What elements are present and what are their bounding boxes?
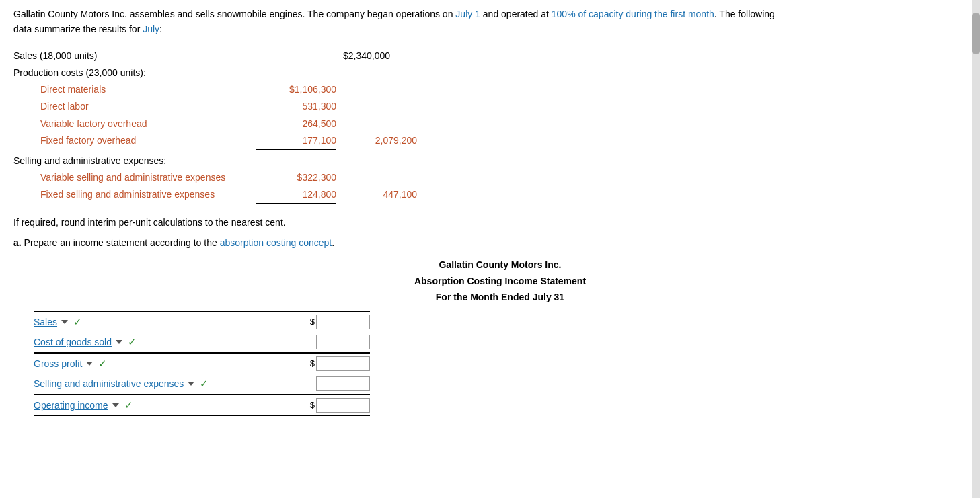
fixed-factory-row: Fixed factory overhead 177,100 2,079,200 <box>13 132 967 150</box>
income-statement-container: Gallatin County Motors Inc. Absorption C… <box>34 257 967 417</box>
sales-input-group: $ <box>310 315 370 329</box>
fixed-factory-col2: 2,079,200 <box>336 132 417 149</box>
cogs-input[interactable] <box>316 335 370 349</box>
selling-admin-label: Selling and administrative expenses: <box>13 153 229 169</box>
statement-period: For the Month Ended July 31 <box>34 290 967 306</box>
fixed-selling-row: Fixed selling and administrative expense… <box>13 186 967 204</box>
variable-factory-row: Variable factory overhead 264,500 <box>13 116 967 132</box>
gross-link[interactable]: Gross profit <box>34 358 82 369</box>
income-label-gross: Gross profit ✓ <box>34 358 310 370</box>
operating-input[interactable] <box>316 398 370 413</box>
operating-check: ✓ <box>124 399 133 411</box>
direct-labor-row: Direct labor 531,300 <box>13 98 967 115</box>
direct-materials-row: Direct materials $1,106,300 <box>13 81 967 98</box>
gross-check: ✓ <box>98 358 107 370</box>
income-label-operating: Operating income ✓ <box>34 399 310 411</box>
direct-materials-label: Direct materials <box>40 81 256 98</box>
direct-materials-amount: $1,106,300 <box>256 81 336 98</box>
income-table: Sales ✓ $ Cost of goods sold ✓ <box>34 311 370 417</box>
income-row-cogs: Cost of goods sold ✓ <box>34 332 370 354</box>
cogs-input-group <box>316 335 370 349</box>
direct-labor-label: Direct labor <box>40 98 256 115</box>
absorption-highlight: absorption costing concept <box>220 237 332 248</box>
company-name: Gallatin County Motors Inc. <box>34 257 967 274</box>
round-note: If required, round interim per-unit calc… <box>13 217 967 228</box>
variable-selling-label: Variable selling and administrative expe… <box>40 169 256 186</box>
variable-factory-amount: 264,500 <box>256 116 336 132</box>
selling-dropdown[interactable] <box>188 382 194 386</box>
sales-dropdown[interactable] <box>61 320 68 324</box>
highlight-july1: July 1 <box>455 9 480 19</box>
sales-link[interactable]: Sales <box>34 317 57 327</box>
sales-label: Sales (18,000 units) <box>13 48 229 65</box>
gross-input[interactable] <box>316 356 370 371</box>
income-label-sales: Sales ✓ <box>34 316 310 328</box>
income-row-gross: Gross profit ✓ $ <box>34 354 370 374</box>
income-label-selling: Selling and administrative expenses ✓ <box>34 378 316 390</box>
sales-row: Sales (18,000 units) $2,340,000 <box>13 48 967 65</box>
fixed-selling-col2: 447,100 <box>336 186 417 203</box>
sales-dollar: $ <box>310 317 315 327</box>
cogs-dropdown[interactable] <box>116 340 122 344</box>
sales-input[interactable] <box>316 315 370 329</box>
variable-selling-row: Variable selling and administrative expe… <box>13 169 967 186</box>
income-row-sales: Sales ✓ $ <box>34 312 370 332</box>
production-costs-label: Production costs (23,000 units): <box>13 65 229 81</box>
operating-dropdown[interactable] <box>112 403 119 407</box>
income-label-cogs: Cost of goods sold ✓ <box>34 336 316 348</box>
operating-input-group: $ <box>310 398 370 413</box>
selling-input-group <box>316 376 370 391</box>
fixed-factory-label: Fixed factory overhead <box>40 132 256 149</box>
question-section: a. Prepare an income statement according… <box>13 237 967 248</box>
cogs-check: ✓ <box>128 336 137 348</box>
fixed-selling-label: Fixed selling and administrative expense… <box>40 186 256 203</box>
selling-input[interactable] <box>316 376 370 391</box>
statement-title: Gallatin County Motors Inc. Absorption C… <box>34 257 967 305</box>
fixed-factory-amount: 177,100 <box>256 132 336 150</box>
variable-factory-label: Variable factory overhead <box>40 116 256 132</box>
operating-dollar: $ <box>310 400 315 410</box>
gross-dollar: $ <box>310 358 315 368</box>
income-row-selling: Selling and administrative expenses ✓ <box>34 374 370 395</box>
gross-dropdown[interactable] <box>86 362 93 366</box>
selling-check: ✓ <box>200 378 209 390</box>
operating-link[interactable]: Operating income <box>34 400 108 411</box>
selling-link[interactable]: Selling and administrative expenses <box>34 378 184 389</box>
selling-admin-header: Selling and administrative expenses: <box>13 153 967 169</box>
sales-col2: $2,340,000 <box>309 48 390 65</box>
highlight-july: July <box>143 24 159 34</box>
data-section: Sales (18,000 units) $2,340,000 Producti… <box>13 48 967 204</box>
cogs-link[interactable]: Cost of goods sold <box>34 337 112 347</box>
intro-paragraph: Gallatin County Motors Inc. assembles an… <box>13 7 967 37</box>
income-row-operating: Operating income ✓ $ <box>34 395 370 417</box>
direct-labor-amount: 531,300 <box>256 98 336 115</box>
variable-selling-amount: $322,300 <box>256 169 336 186</box>
gross-input-group: $ <box>310 356 370 371</box>
production-costs-header: Production costs (23,000 units): <box>13 65 967 81</box>
fixed-selling-amount: 124,800 <box>256 186 336 204</box>
question-letter: a. <box>13 237 22 248</box>
sales-check: ✓ <box>73 316 82 328</box>
statement-name: Absorption Costing Income Statement <box>34 274 967 290</box>
highlight-capacity: 100% of capacity during the first month <box>552 9 714 19</box>
